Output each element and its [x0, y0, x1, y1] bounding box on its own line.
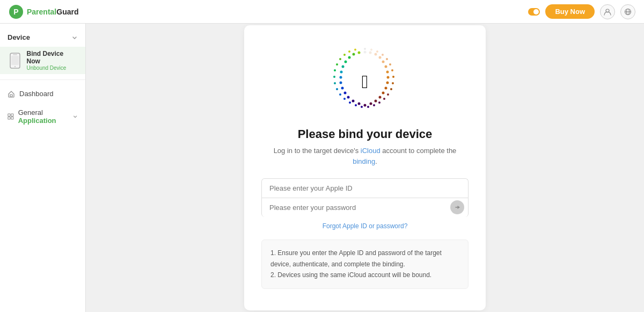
svg-point-52 — [390, 88, 392, 90]
toggle-switch[interactable] — [528, 8, 540, 16]
home-icon — [8, 90, 15, 98]
svg-point-20 — [385, 66, 387, 68]
svg-point-53 — [387, 93, 389, 96]
globe-icon[interactable] — [620, 4, 635, 19]
submit-button[interactable] — [450, 200, 464, 214]
svg-point-17 — [375, 53, 377, 56]
apple-id-input[interactable] — [261, 178, 469, 198]
sidebar-device-label: Device — [8, 33, 30, 41]
svg-point-23 — [386, 82, 389, 84]
svg-point-65 — [333, 76, 335, 78]
svg-point-60 — [349, 101, 351, 104]
main-content:  Please bind your device Log in to the … — [86, 24, 644, 312]
svg-point-41 — [353, 53, 355, 56]
svg-point-15 — [364, 51, 367, 54]
svg-text:P: P — [13, 8, 18, 16]
svg-point-51 — [392, 82, 394, 84]
svg-point-50 — [392, 76, 394, 78]
svg-point-46 — [382, 54, 384, 56]
svg-point-27 — [375, 100, 377, 103]
header-right: Buy Now — [528, 4, 635, 19]
bind-device-card:  Please bind your device Log in to the … — [244, 25, 486, 310]
svg-point-66 — [334, 69, 336, 71]
svg-rect-7 — [13, 54, 17, 55]
svg-point-8 — [14, 66, 16, 67]
svg-point-47 — [386, 58, 388, 60]
svg-point-59 — [355, 104, 357, 106]
sidebar-device-section: Device — [0, 30, 85, 45]
parental-guard-icon: P — [9, 4, 24, 19]
svg-point-64 — [334, 82, 336, 84]
sidebar-item-dashboard[interactable]: Dashboard — [0, 85, 85, 102]
device-icon — [8, 51, 22, 70]
login-form — [261, 178, 469, 217]
general-app-label: General Application — [18, 108, 72, 125]
svg-point-40 — [348, 56, 351, 59]
info-line-1: 1. Ensure you enter the Apple ID and pas… — [270, 248, 459, 270]
app-header: P ParentalGuard Buy Now — [0, 0, 644, 24]
svg-point-28 — [370, 103, 372, 105]
logo-text: ParentalGuard — [27, 8, 78, 16]
svg-point-67 — [336, 63, 338, 66]
svg-point-69 — [343, 54, 346, 56]
svg-point-58 — [361, 106, 363, 108]
svg-point-56 — [373, 104, 375, 106]
svg-point-48 — [389, 63, 391, 66]
svg-point-34 — [341, 87, 344, 90]
chevron-down-icon — [71, 34, 78, 41]
grid-icon — [8, 113, 14, 120]
svg-rect-14 — [11, 117, 13, 119]
svg-point-21 — [386, 71, 389, 74]
svg-rect-10 — [10, 95, 12, 97]
svg-point-49 — [391, 69, 393, 71]
sidebar-item-general-application[interactable]: General Application — [0, 104, 85, 129]
sidebar-divider — [0, 79, 85, 80]
forgot-link[interactable]: Forgot Apple ID or password? — [323, 222, 408, 230]
svg-point-61 — [343, 98, 346, 100]
chevron-down-icon-general — [72, 113, 78, 120]
svg-point-30 — [358, 103, 361, 105]
rainbow-apple-logo:  — [330, 47, 400, 117]
svg-point-63 — [336, 88, 338, 90]
svg-point-38 — [342, 66, 345, 68]
sidebar: Device Bind Device Now Unbound Device — [0, 24, 86, 312]
svg-point-62 — [339, 93, 341, 96]
general-app-left: General Application — [8, 108, 72, 125]
svg-point-70 — [348, 50, 350, 53]
sidebar-bind-device-item[interactable]: Bind Device Now Unbound Device — [0, 47, 85, 74]
password-input[interactable] — [261, 198, 469, 217]
svg-point-22 — [387, 76, 390, 79]
svg-point-36 — [340, 76, 342, 79]
device-info: Bind Device Now Unbound Device — [26, 50, 78, 71]
buy-now-button[interactable]: Buy Now — [545, 4, 595, 19]
app-layout: Device Bind Device Now Unbound Device — [0, 24, 644, 312]
device-name: Bind Device Now — [26, 50, 78, 65]
svg-rect-11 — [8, 114, 10, 116]
svg-point-54 — [383, 98, 385, 100]
password-input-wrap — [261, 198, 469, 217]
card-subtitle: Log in to the target device's iCloud acc… — [261, 146, 469, 166]
svg-point-35 — [340, 82, 342, 84]
svg-point-37 — [340, 71, 343, 74]
dashboard-label: Dashboard — [19, 90, 54, 98]
svg-point-68 — [339, 58, 341, 60]
svg-point-42 — [358, 52, 361, 54]
user-icon[interactable] — [600, 4, 615, 19]
svg-point-16 — [369, 52, 372, 54]
toggle-circle — [533, 9, 539, 14]
svg-point-57 — [367, 106, 369, 108]
svg-point-32 — [347, 96, 350, 99]
card-title: Please bind your device — [298, 127, 433, 141]
svg-point-55 — [378, 101, 380, 104]
svg-point-71 — [354, 49, 356, 51]
info-box: 1. Ensure you enter the Apple ID and pas… — [261, 240, 469, 288]
svg-rect-12 — [11, 114, 13, 116]
svg-rect-9 — [11, 56, 19, 65]
svg-point-33 — [344, 92, 347, 95]
svg-point-31 — [352, 100, 355, 103]
svg-point-44 — [370, 49, 372, 51]
svg-point-43 — [364, 48, 366, 50]
logo: P ParentalGuard — [9, 4, 78, 19]
svg-point-24 — [385, 87, 387, 90]
apple-logo-icon:  — [362, 72, 368, 91]
